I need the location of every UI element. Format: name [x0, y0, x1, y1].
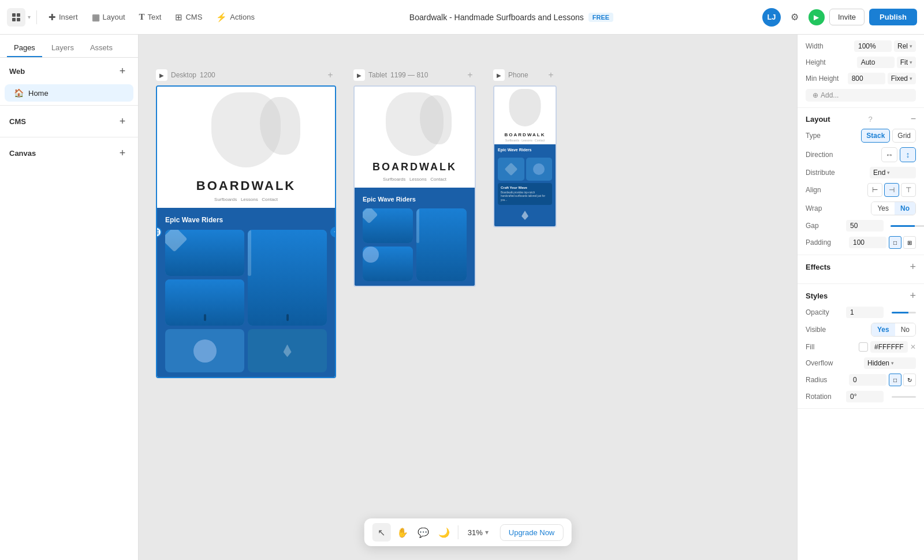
svg-rect-0: [12, 13, 16, 17]
publish-btn[interactable]: Publish: [869, 9, 917, 25]
width-input[interactable]: 100%: [854, 40, 892, 52]
desktop-add-btn[interactable]: +: [325, 69, 336, 81]
zoom-dropdown[interactable]: ▾: [485, 528, 489, 536]
align-right-btn[interactable]: ⊤: [901, 183, 916, 197]
corner-all-btn[interactable]: □: [889, 236, 901, 249]
sidebar-item-home[interactable]: 🏠 Home: [5, 84, 133, 102]
fill-swatch[interactable]: [859, 342, 868, 352]
grid-cell-4: [248, 329, 327, 372]
phone-content[interactable]: BOARDWALK Surfboards · Lessons · Contact…: [493, 85, 557, 227]
tablet-hero: BOARDWALK Surfboards Lessons Contact: [355, 87, 475, 188]
overflow-row: Overflow Hidden ▾: [806, 357, 916, 369]
minheight-unit-select[interactable]: Fixed ▾: [888, 73, 916, 84]
align-center-btn[interactable]: ⊣: [884, 183, 899, 197]
height-unit-arrow: ▾: [910, 59, 912, 65]
gap-input[interactable]: 50: [846, 220, 884, 232]
distribute-select[interactable]: End ▾: [870, 167, 916, 178]
comment-tool-btn[interactable]: 💬: [414, 523, 433, 542]
grid-btn[interactable]: Grid: [892, 129, 916, 143]
overflow-label: Overflow: [806, 359, 846, 367]
actions-btn[interactable]: ⚡ Actions: [210, 9, 260, 26]
wrap-yes-btn[interactable]: Yes: [871, 202, 895, 215]
cms-btn[interactable]: ⊞ CMS: [169, 9, 208, 26]
height-unit-select[interactable]: Fit ▾: [897, 57, 916, 68]
fill-input[interactable]: #FFFFFF: [870, 341, 908, 353]
wrap-no-btn[interactable]: No: [895, 202, 915, 215]
visible-yes-btn[interactable]: Yes: [871, 323, 895, 336]
visible-no-btn[interactable]: No: [895, 323, 915, 336]
rotation-slider[interactable]: [892, 396, 916, 398]
svg-rect-1: [17, 13, 20, 17]
preview-btn[interactable]: ▶: [808, 9, 825, 25]
phone-add-btn[interactable]: +: [545, 69, 557, 81]
height-unit: Fit: [900, 58, 908, 66]
styles-add-btn[interactable]: +: [910, 290, 916, 302]
corner-sep-btn[interactable]: ⊞: [903, 236, 916, 249]
text-btn[interactable]: T Text: [133, 9, 167, 25]
insert-icon: ✚: [49, 12, 56, 23]
dir-vertical-btn[interactable]: ↕: [900, 147, 916, 162]
padding-val: 100 □ ⊞: [849, 236, 916, 249]
add-cms-btn[interactable]: +: [116, 115, 129, 128]
main-layout: Pages Layers Assets Web + 🏠 Home CMS + C…: [0, 35, 924, 560]
canvas-area[interactable]: ▶ Desktop 1200 + + BOARDWALK Surfboards …: [139, 35, 797, 560]
desktop-hero: BOARDWALK Surfboards Lessons Contact: [157, 87, 335, 208]
radius-all-btn[interactable]: □: [889, 374, 901, 386]
desktop-play-btn[interactable]: ▶: [156, 69, 167, 81]
phone-play-btn[interactable]: ▶: [493, 69, 505, 81]
tablet-grid: [363, 208, 467, 281]
minheight-input[interactable]: 800: [848, 73, 885, 84]
invite-btn[interactable]: Invite: [829, 9, 865, 25]
tablet-add-btn[interactable]: +: [464, 69, 476, 81]
radius-sep-btn[interactable]: ↻: [903, 374, 916, 386]
plus-icon: ⊕: [813, 91, 818, 99]
opacity-row: Opacity 1: [806, 307, 916, 318]
dir-horizontal-btn[interactable]: ↔: [881, 147, 897, 162]
t-surf-1: [363, 208, 413, 243]
opacity-input[interactable]: 1: [846, 307, 884, 318]
desktop-grid2: [165, 329, 327, 372]
logo-btn[interactable]: [7, 8, 25, 27]
tab-assets[interactable]: Assets: [83, 39, 120, 57]
desktop-frame: ▶ Desktop 1200 + + BOARDWALK Surfboards …: [156, 69, 336, 378]
opacity-slider[interactable]: [892, 312, 916, 313]
fill-clear-btn[interactable]: ✕: [910, 343, 916, 351]
gap-slider[interactable]: [891, 225, 924, 227]
cms-label: CMS: [9, 117, 26, 126]
add-web-btn[interactable]: +: [116, 65, 129, 77]
layout-btn[interactable]: ▦ Layout: [86, 9, 131, 26]
add-canvas-btn[interactable]: +: [116, 147, 129, 159]
settings-btn[interactable]: ⚙: [785, 8, 804, 27]
layout-title: Layout: [806, 115, 830, 124]
desktop-content[interactable]: + BOARDWALK Surfboards Lessons Contact E…: [156, 85, 336, 378]
layout-help-btn[interactable]: ?: [869, 115, 873, 124]
width-label: Width: [806, 42, 846, 50]
text-icon: T: [139, 12, 145, 22]
select-tool-btn[interactable]: ↖: [372, 523, 391, 542]
tab-pages[interactable]: Pages: [7, 39, 42, 57]
tablet-play-btn[interactable]: ▶: [353, 69, 365, 81]
dark-mode-btn[interactable]: 🌙: [435, 523, 453, 542]
upgrade-btn[interactable]: Upgrade Now: [500, 524, 564, 541]
rotation-input[interactable]: 0°: [846, 391, 884, 402]
padding-input[interactable]: 100: [849, 237, 886, 248]
page-title: Boardwalk - Handmade Surfboards and Less…: [409, 13, 584, 22]
width-unit-select[interactable]: Rel ▾: [894, 40, 916, 52]
add-dimension-btn[interactable]: ⊕ Add...: [806, 89, 916, 102]
radius-input[interactable]: 0: [849, 374, 886, 386]
phone-hero: BOARDWALK Surfboards · Lessons · Contact: [494, 87, 556, 144]
stack-btn[interactable]: Stack: [861, 129, 890, 143]
avatar[interactable]: LJ: [762, 8, 781, 27]
layout-collapse-btn[interactable]: −: [911, 114, 916, 124]
logo-dropdown[interactable]: ▾: [28, 14, 31, 20]
effects-add-btn[interactable]: +: [910, 261, 916, 273]
grid-cell-2: [165, 279, 244, 326]
insert-btn[interactable]: ✚ Insert: [43, 9, 84, 26]
hand-tool-btn[interactable]: ✋: [393, 523, 412, 542]
height-input[interactable]: Auto: [857, 57, 895, 68]
overflow-select[interactable]: Hidden ▾: [864, 357, 916, 369]
tab-layers[interactable]: Layers: [44, 39, 81, 57]
type-btns: Stack Grid: [861, 129, 916, 143]
tablet-content[interactable]: BOARDWALK Surfboards Lessons Contact Epi…: [353, 85, 476, 287]
align-left-btn[interactable]: ⊢: [867, 183, 882, 197]
